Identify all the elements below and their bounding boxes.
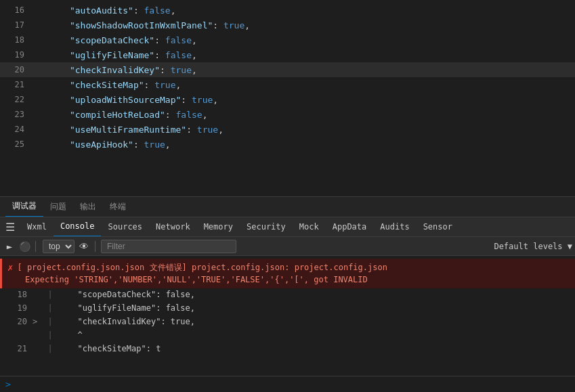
trace-line-num: 19 xyxy=(14,303,27,313)
trace-content: ^ xyxy=(58,330,83,340)
line-number: 23 xyxy=(5,110,24,119)
trace-line-num: 18 xyxy=(14,290,27,299)
line-number: 21 xyxy=(5,80,24,89)
devtools-tab-console[interactable]: Console xyxy=(54,217,102,237)
line-number: 18 xyxy=(5,35,24,45)
devtools-tab-sensor[interactable]: Sensor xyxy=(417,217,459,237)
editor-area: 16 "autoAudits": false, 17 "showShadowRo… xyxy=(0,0,575,196)
console-toolbar: ► ⚫ top 👁 Default levels ▼ xyxy=(0,237,575,256)
error-block: ✗[ project.config.json.json 文件错误] projec… xyxy=(0,259,575,288)
filter-input[interactable] xyxy=(101,240,236,253)
code-lines: 16 "autoAudits": false, 17 "showShadowRo… xyxy=(0,0,575,154)
panel-tab[interactable]: 问题 xyxy=(43,197,73,217)
line-number: 20 xyxy=(5,65,24,74)
trace-content: "uglifyFileName": false, xyxy=(58,303,195,313)
default-levels[interactable]: Default levels ▼ xyxy=(494,242,572,251)
bottom-panel: 调试器问题输出终端 ☰ WxmlConsoleSourcesNetworkMem… xyxy=(0,196,575,392)
run-button[interactable]: ► xyxy=(3,240,16,253)
trace-separator: | xyxy=(47,303,52,313)
trace-separator: | xyxy=(47,317,52,326)
separator-1 xyxy=(35,241,36,252)
clear-button[interactable]: ⚫ xyxy=(18,240,31,253)
panel-tab[interactable]: 调试器 xyxy=(5,197,43,217)
trace-arrow xyxy=(33,290,42,299)
line-number: 16 xyxy=(5,5,24,15)
devtools-tab-mock[interactable]: Mock xyxy=(293,217,326,237)
trace-separator: | xyxy=(47,330,52,340)
trace-arrow xyxy=(33,330,42,340)
trace-line: 19 | "uglifyFileName": false, xyxy=(14,303,575,317)
eye-icon[interactable]: 👁 xyxy=(77,240,91,253)
devtools-tab-wxml[interactable]: Wxml xyxy=(20,217,54,237)
line-number: 17 xyxy=(5,20,24,30)
panel-tab[interactable]: 终端 xyxy=(103,197,133,217)
error-text-1: [ project.config.json.json 文件错误] project… xyxy=(17,261,387,274)
devtools-tab-audits[interactable]: Audits xyxy=(373,217,416,237)
line-number: 22 xyxy=(5,95,24,104)
trace-content: "scopeDataCheck": false, xyxy=(58,290,195,299)
devtools-container: 16 "autoAudits": false, 17 "showShadowRo… xyxy=(0,0,575,392)
error-line-2: Expecting 'STRING','NUMBER','NULL','TRUE… xyxy=(7,274,570,286)
trace-content: "checkInvalidKey": true, xyxy=(58,317,195,326)
input-prompt: > xyxy=(5,379,11,389)
line-content: "useApiHook": true, xyxy=(38,129,171,160)
devtools-toolbar: ☰ WxmlConsoleSourcesNetworkMemorySecurit… xyxy=(0,217,575,237)
line-number: 19 xyxy=(5,50,24,60)
context-select[interactable]: top xyxy=(43,240,74,253)
console-input-line: > xyxy=(0,376,575,392)
devtools-tab-network[interactable]: Network xyxy=(149,217,197,237)
devtools-tab-appdata[interactable]: AppData xyxy=(326,217,374,237)
devtools-tab-security[interactable]: Security xyxy=(240,217,293,237)
line-number: 25 xyxy=(5,139,24,149)
console-input[interactable] xyxy=(15,379,570,389)
error-icon: ✗ xyxy=(7,261,13,274)
line-number: 24 xyxy=(5,125,24,134)
trace-separator: | xyxy=(47,344,52,353)
panel-tabs: 调试器问题输出终端 xyxy=(0,196,575,217)
trace-arrow xyxy=(33,344,42,353)
code-line: 25 "useApiHook": true, xyxy=(0,137,575,152)
trace-line: | ^ xyxy=(14,330,575,344)
trace-line: 20> | "checkInvalidKey": true, xyxy=(14,317,575,330)
error-line-1: ✗[ project.config.json.json 文件错误] projec… xyxy=(7,261,570,274)
trace-line: 21 | "checkSiteMap": t xyxy=(14,344,575,357)
error-text-2: Expecting 'STRING','NUMBER','NULL','TRUE… xyxy=(25,274,368,286)
trace-separator: | xyxy=(47,290,52,299)
separator-2 xyxy=(95,241,95,252)
trace-line: 18 | "scopeDataCheck": false, xyxy=(14,290,575,303)
sidebar-toggle[interactable]: ☰ xyxy=(0,217,20,237)
code-trace: 18 | "scopeDataCheck": false,19 | "uglif… xyxy=(0,288,575,359)
trace-line-num: 20 xyxy=(14,317,27,326)
trace-line-num: 21 xyxy=(14,344,27,353)
panel-tab[interactable]: 输出 xyxy=(73,197,103,217)
trace-arrow: > xyxy=(33,317,42,326)
trace-arrow xyxy=(33,303,42,313)
devtools-tab-sources[interactable]: Sources xyxy=(101,217,149,237)
console-output: ✗[ project.config.json.json 文件错误] projec… xyxy=(0,256,575,376)
trace-content: "checkSiteMap": t xyxy=(58,344,161,353)
devtools-tab-memory[interactable]: Memory xyxy=(197,217,240,237)
